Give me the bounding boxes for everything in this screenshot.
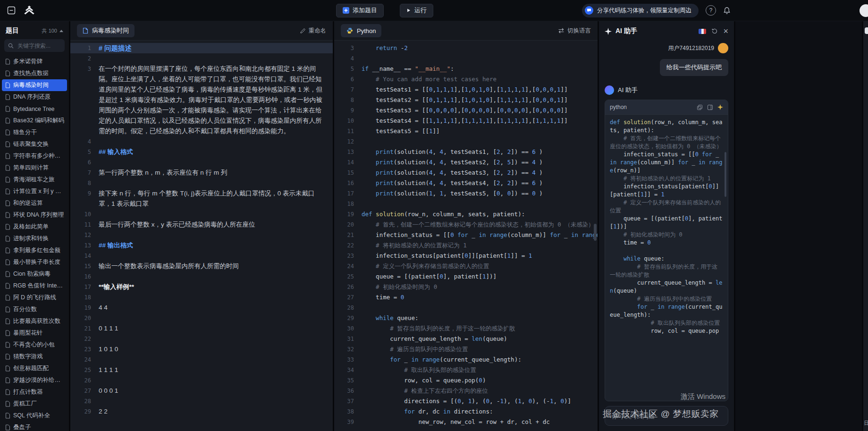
- code-line: 26 # 初始化感染时间为 0: [334, 282, 598, 292]
- code-line: 19def solution(row_n, column_m, seats, p…: [334, 209, 598, 220]
- bell-icon[interactable]: [723, 7, 731, 15]
- description-line: 4: [70, 136, 333, 147]
- code-line: 15 print(solution(4, 4, testSeats3, [2, …: [334, 168, 598, 178]
- card-scrollbar[interactable]: [725, 152, 726, 197]
- share-banner[interactable]: 分享代码练习体验，领限量定制周边: [582, 4, 699, 17]
- question-tab[interactable]: 病毒感染时间: [77, 24, 135, 37]
- sidebar-item[interactable]: DNA 序列还原: [0, 91, 69, 103]
- ai-code-line: [610, 247, 723, 255]
- sidebar-item[interactable]: 病毒感染时间: [2, 79, 67, 91]
- description-line: 2: [70, 53, 333, 64]
- ai-code-line: # 将初始感染的人的位置标记为 1: [610, 175, 723, 183]
- sidebar-item[interactable]: 不再贪心的小包: [0, 339, 69, 351]
- description-line: 26: [70, 375, 333, 386]
- sidebar-item[interactable]: 蛋糕工厂: [0, 398, 69, 410]
- sidebar-item[interactable]: 简单四则计算: [0, 162, 69, 174]
- language-flag-icon[interactable]: [699, 29, 706, 34]
- sidebar-item[interactable]: 多米诺骨牌: [0, 56, 69, 68]
- code-line: 35 row, col = queue.pop(0): [334, 375, 598, 386]
- description-line: 251 1 1 1: [70, 365, 333, 375]
- add-question-button[interactable]: 添加题目: [336, 4, 384, 17]
- sidebar-item[interactable]: 暴雨梨花针: [0, 327, 69, 339]
- sidebar-item[interactable]: Base32 编码和解码: [0, 115, 69, 127]
- document-icon: [5, 153, 10, 159]
- document-icon: [5, 236, 10, 242]
- sidebar-item[interactable]: 百分位数: [0, 304, 69, 315]
- search-box[interactable]: [4, 39, 65, 52]
- sidebar-item[interactable]: 和的逆运算: [0, 197, 69, 209]
- question-panel: 病毒感染时间 重命名 1# 问题描述23在一个封闭的房间里摆满了座位，每个座位东…: [70, 21, 333, 431]
- topbar-avatar[interactable]: [860, 4, 868, 17]
- code-suggestion-card: python def solution(row_n, column_m, sea…: [605, 100, 728, 401]
- sidebar-item[interactable]: 及格如此简单: [0, 221, 69, 233]
- description-line: 3在一个封闭的房间里摆满了座位，每个座位东西向和南北向都有固定 1 米的间隔。座…: [70, 64, 333, 136]
- sidebar-item[interactable]: 比赛最高获胜次数: [0, 315, 69, 327]
- search-input[interactable]: [17, 42, 61, 50]
- sidebar-item[interactable]: 字符串有多少种可...: [0, 150, 69, 162]
- history-icon[interactable]: [711, 28, 718, 34]
- insert-code-icon[interactable]: [707, 104, 713, 110]
- sidebar-item[interactable]: 查找热点数据: [0, 68, 69, 79]
- sidebar-item-label: 和的逆运算: [13, 199, 43, 207]
- sidebar-item[interactable]: Bytedance Tree: [0, 103, 69, 115]
- chat-input-box[interactable]: [605, 406, 728, 426]
- sidebar-item[interactable]: 创意标题匹配: [0, 363, 69, 374]
- question-description[interactable]: 1# 问题描述23在一个封闭的房间里摆满了座位，每个座位东西向和南北向都有固定 …: [70, 41, 333, 431]
- sidebar-header: 题目 共 100: [0, 21, 69, 39]
- magic-icon[interactable]: [717, 104, 723, 110]
- share-icon: [585, 6, 593, 15]
- sidebar-item[interactable]: RGB 色值转 Integer: [0, 280, 69, 292]
- code-language-label: python: [610, 104, 627, 110]
- sidebar-item-label: 穿越沙漠的补给次数: [13, 376, 65, 384]
- sidebar-item[interactable]: 环状 DNA 序列整理: [0, 209, 69, 221]
- run-button[interactable]: 运行: [400, 4, 433, 17]
- sidebar-item[interactable]: 打点计数器: [0, 386, 69, 398]
- ai-code-line: # 初始化感染时间为 0: [610, 231, 723, 239]
- document-icon: [5, 118, 10, 124]
- sidebar-item[interactable]: SQL 代码补全: [0, 410, 69, 422]
- code-editor[interactable]: 3 return -245if __name__ == "__main__":6…: [334, 41, 598, 431]
- code-line: 29 while queue:: [334, 313, 598, 323]
- document-icon: [5, 188, 10, 194]
- juejin-logo-icon[interactable]: [23, 4, 36, 17]
- code-line: 37 directions = [(0, 1), (0, -1), (1, 0)…: [334, 396, 598, 406]
- ai-code-line: infection_status = [[0 for _ in range(co…: [610, 151, 723, 175]
- code-card-icons: [697, 104, 723, 110]
- ai-avatar-icon: [605, 85, 614, 95]
- sidebar-item[interactable]: 阿 D 的飞行路线: [0, 292, 69, 304]
- language-tab[interactable]: Python: [341, 24, 381, 37]
- collapse-icon[interactable]: [59, 30, 63, 32]
- chat-input[interactable]: [611, 412, 722, 420]
- document-icon: [5, 318, 10, 324]
- code-line: 20 # 首先，创建一个二维数组来标记每个座位的感染状态，初始值都为 0 （未感…: [334, 220, 598, 230]
- document-icon: [5, 271, 10, 277]
- sidebar-item-label: 计算位置 x 到 y 的...: [13, 187, 65, 195]
- python-icon: [346, 27, 353, 34]
- sidebar-item[interactable]: 拿到最多红包金额: [0, 245, 69, 256]
- sidebar-item[interactable]: 链表聚集交换: [0, 138, 69, 150]
- help-icon[interactable]: ?: [706, 5, 716, 16]
- sidebar-item[interactable]: 叠盘子: [0, 422, 69, 431]
- sidebar-item[interactable]: 计算位置 x 到 y 的...: [0, 186, 69, 197]
- window-logo-icon[interactable]: [5, 4, 18, 17]
- topbar: 添加题目 运行 分享代码练习体验，领限量定制周边 ?: [0, 0, 868, 21]
- rename-button[interactable]: 重命名: [300, 27, 327, 35]
- sidebar-item[interactable]: 穿越沙漠的补给次数: [0, 374, 69, 386]
- copy-icon[interactable]: [697, 104, 703, 110]
- sidebar-item[interactable]: Cion 勒索病毒: [0, 268, 69, 280]
- close-icon[interactable]: ×: [723, 27, 728, 35]
- document-icon: [5, 413, 10, 419]
- switch-language-button[interactable]: 切换语言: [558, 27, 591, 35]
- editor-scrollbar[interactable]: [594, 224, 597, 241]
- sidebar-item[interactable]: 进制求和转换: [0, 233, 69, 245]
- description-line: 16: [70, 271, 333, 282]
- sidebar-item[interactable]: 最小替换子串长度: [0, 256, 69, 268]
- ai-code-block[interactable]: def solution(row_n, column_m, seats, pat…: [605, 115, 728, 339]
- description-line: 17**输入样例**: [70, 282, 333, 292]
- user-avatar[interactable]: [718, 43, 728, 53]
- code-line: 31 current_queue_length = len(queue): [334, 334, 598, 344]
- sidebar-item[interactable]: 猜数字游戏: [0, 351, 69, 363]
- sidebar-item[interactable]: 青海湖租车之旅: [0, 174, 69, 186]
- sidebar-item[interactable]: 猫鱼分干: [0, 127, 69, 138]
- sidebar-item-label: SQL 代码补全: [13, 412, 50, 420]
